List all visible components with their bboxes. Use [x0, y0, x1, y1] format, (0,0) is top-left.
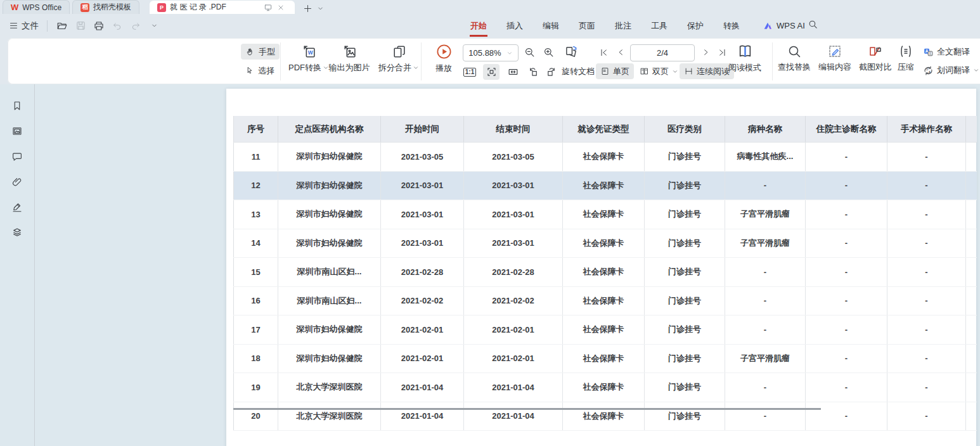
double-page-button[interactable]: 双页 — [635, 63, 683, 79]
previous-page-button[interactable] — [612, 44, 629, 60]
comments-icon[interactable] — [8, 150, 26, 163]
rotate-document-label[interactable]: 旋转文档 — [562, 66, 595, 77]
table-cell: - — [887, 286, 966, 315]
play-button[interactable]: 播放 — [426, 43, 461, 74]
signature-icon[interactable] — [8, 201, 26, 213]
edit-content-button[interactable]: 编辑内容 — [815, 44, 854, 73]
table-cell: - — [887, 344, 966, 373]
read-mode-button[interactable]: 阅读模式 — [725, 42, 764, 73]
table-cell: 深圳市妇幼保健院 — [278, 200, 381, 229]
layers-icon[interactable] — [8, 226, 26, 239]
menu-tab-6[interactable]: 保护 — [687, 15, 704, 37]
table-cell: - — [887, 373, 966, 402]
rotate-left-button[interactable] — [525, 64, 541, 80]
table-cell: - — [887, 171, 966, 200]
table-cell: 2021-01-04 — [464, 373, 563, 402]
left-panel-rail — [0, 84, 35, 446]
single-page-button[interactable]: 单页 — [596, 63, 634, 79]
table-cell: 深圳市妇幼保健院 — [278, 229, 381, 258]
present-to-screen-icon[interactable] — [262, 2, 274, 13]
cursor-icon — [245, 66, 255, 75]
table-cell-cropped — [966, 171, 977, 200]
open-file-icon[interactable] — [56, 20, 68, 32]
table-cell: - — [806, 229, 887, 258]
split-merge-icon — [391, 44, 407, 60]
column-header: 手术操作名称 — [887, 116, 966, 143]
divider — [280, 42, 281, 80]
table-cell: 2021-03-01 — [381, 229, 464, 258]
table-cell: 15 — [234, 258, 278, 287]
full-translate-button[interactable]: A文 全文翻译 — [923, 46, 970, 58]
hand-tool-button[interactable]: 手型 — [241, 44, 280, 60]
compress-button[interactable]: 压缩 — [891, 44, 920, 73]
tab-document-pdf[interactable]: P 就 医 记 录 .PDF — [150, 1, 295, 14]
menu-tab-0[interactable]: 开始 — [470, 15, 487, 37]
table-cell: 子宫平滑肌瘤 — [725, 200, 806, 229]
table-cell-cropped — [966, 344, 977, 373]
select-tool-button[interactable]: 选择 — [241, 63, 279, 79]
redo-icon[interactable] — [129, 20, 142, 32]
new-tab-button[interactable] — [301, 3, 314, 14]
print-icon[interactable] — [93, 20, 105, 32]
pdf-convert-icon: W — [301, 44, 317, 60]
first-page-button[interactable] — [596, 44, 612, 60]
find-replace-button[interactable]: 查找替换 — [775, 44, 814, 73]
zoom-in-button[interactable] — [540, 44, 557, 60]
zoom-level-value: 105.88% — [468, 48, 501, 58]
menu-tab-7[interactable]: 转换 — [723, 15, 740, 37]
bookmarks-icon[interactable] — [8, 99, 26, 112]
table-cell: 社会保障卡 — [563, 286, 645, 315]
close-tab-icon[interactable] — [274, 2, 287, 13]
table-cell: 门诊挂号 — [645, 258, 725, 287]
table-cell: 门诊挂号 — [645, 373, 725, 402]
table-cell: 2021-02-01 — [464, 315, 563, 345]
save-icon[interactable] — [74, 20, 87, 32]
fit-page-button[interactable] — [505, 64, 521, 80]
table-cell: 16 — [234, 286, 278, 315]
wps-ai-label: WPS AI — [777, 21, 805, 30]
wps-ai-button[interactable]: WPS AI — [763, 14, 805, 37]
tab-wps-office[interactable]: W WPS Office — [3, 0, 70, 14]
menu-tab-1[interactable]: 插入 — [506, 15, 524, 37]
tab-docer-templates[interactable]: 稻 找稻壳模板 — [72, 0, 139, 14]
search-icon[interactable] — [808, 19, 818, 30]
divider — [421, 42, 422, 80]
tab-label: WPS Office — [22, 3, 61, 12]
page-number-input[interactable]: 2/4 — [630, 44, 695, 61]
zoom-out-button[interactable] — [521, 44, 538, 60]
file-menu-button[interactable]: 文件 — [9, 20, 39, 32]
table-cell: 病毒性其他疾... — [725, 143, 806, 172]
rotate-document-button[interactable] — [563, 44, 579, 60]
menu-tab-4[interactable]: 批注 — [614, 15, 632, 37]
attachments-icon[interactable] — [8, 175, 26, 188]
find-replace-label: 查找替换 — [778, 61, 811, 73]
table-cell: 子宫平滑肌瘤 — [725, 229, 806, 258]
table-cell: 门诊挂号 — [645, 286, 725, 315]
divider — [47, 20, 48, 32]
tab-list-chevron-icon[interactable] — [314, 3, 326, 14]
table-cell: 2021-02-01 — [381, 315, 464, 345]
table-row: 20北京大学深圳医院2021-01-042021-01-04社会保障卡门诊挂号-… — [234, 402, 977, 431]
column-header: 医疗类别 — [645, 116, 725, 143]
table-cell: 子宫平滑肌瘤 — [725, 344, 806, 373]
fit-width-button[interactable] — [483, 64, 500, 80]
quick-access-chevron-icon[interactable] — [148, 20, 160, 32]
rotate-document-icon — [564, 44, 579, 59]
word-translate-button[interactable]: 字A 划词翻译 — [923, 65, 979, 76]
menu-tab-2[interactable]: 编辑 — [542, 15, 560, 37]
actual-size-button[interactable]: 1:1 — [461, 64, 478, 80]
undo-icon[interactable] — [111, 20, 124, 32]
column-header: 定点医药机构名称 — [278, 116, 381, 143]
zoom-out-icon — [524, 46, 536, 58]
next-page-button[interactable] — [697, 44, 714, 60]
screenshot-compare-button[interactable]: 截图对比 — [856, 44, 895, 73]
split-merge-button[interactable]: 拆分合并 — [373, 44, 425, 73]
export-as-image-button[interactable]: 输出为图片 — [321, 44, 377, 73]
menu-tab-3[interactable]: 页面 — [578, 15, 596, 37]
rotate-right-button[interactable] — [543, 64, 559, 80]
table-row: 13深圳市妇幼保健院2021-03-012021-03-01社会保障卡门诊挂号子… — [234, 200, 977, 229]
table-cell: 社会保障卡 — [563, 171, 645, 200]
thumbnails-icon[interactable] — [8, 125, 26, 137]
zoom-level-select[interactable]: 105.88% — [463, 44, 519, 61]
menu-tab-5[interactable]: 工具 — [650, 15, 668, 37]
